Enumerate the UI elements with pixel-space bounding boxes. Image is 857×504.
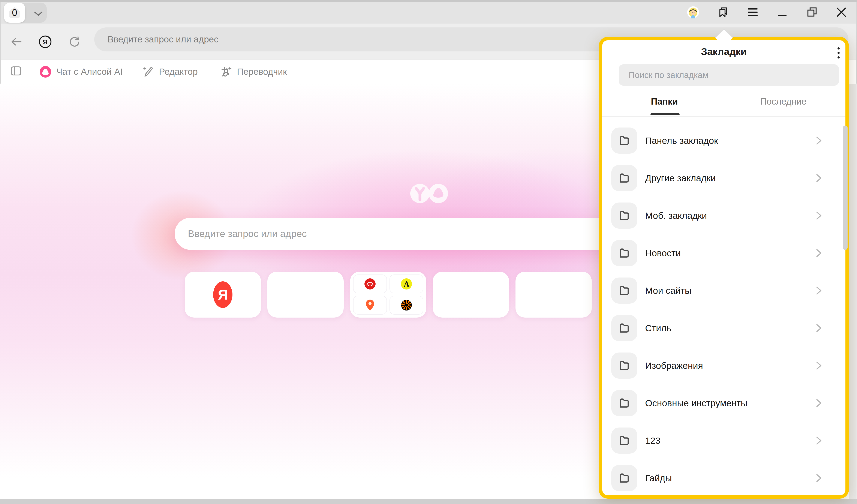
start-page-search-input[interactable]: [174, 218, 630, 250]
page-scrollbar[interactable]: [849, 84, 857, 499]
tile-yandex[interactable]: Я: [185, 272, 261, 318]
go-car-icon: [364, 278, 376, 290]
folder-icon: [611, 278, 637, 304]
editor-pencil-icon: [142, 66, 154, 78]
panel-scrollbar-thumb[interactable]: [843, 125, 847, 250]
chevron-right-icon: [814, 473, 824, 483]
reload-icon: [69, 36, 81, 48]
folder-row[interactable]: Моб. закладки: [602, 197, 845, 234]
folder-icon: [611, 390, 637, 416]
bookmarks-panel-button[interactable]: [718, 6, 730, 18]
chevron-down-icon: [34, 11, 43, 17]
folder-row[interactable]: Гайды: [602, 459, 845, 493]
folder-row[interactable]: Стиль: [602, 309, 845, 347]
folder-icon: [611, 202, 637, 229]
active-tab-underline: [651, 113, 679, 115]
folder-row[interactable]: Новости: [602, 234, 845, 272]
folder-icon: [611, 353, 637, 379]
folder-label: Основные инструменты: [645, 384, 747, 422]
sidebar-toggle-button[interactable]: [7, 62, 25, 80]
tile-afisha[interactable]: A: [389, 274, 423, 293]
bookmark-item-label: Переводчик: [237, 67, 287, 77]
folder-row[interactable]: 123: [602, 422, 845, 459]
tab-recent[interactable]: Последние: [723, 97, 843, 107]
bookmarks-search-input[interactable]: [619, 64, 839, 86]
tab-folders[interactable]: Папки: [604, 97, 724, 107]
folder-label: Стиль: [645, 309, 671, 347]
close-button[interactable]: [835, 6, 847, 18]
folder-row[interactable]: Изображения: [602, 347, 845, 384]
tile-mail[interactable]: Почта: [433, 272, 509, 318]
chevron-right-icon: [814, 211, 824, 220]
bookmark-item-editor[interactable]: Редактор: [142, 60, 198, 84]
bookmark-item-label: Редактор: [159, 67, 198, 77]
folder-list: Панель закладок Другие закладки Моб. зак…: [602, 117, 845, 493]
folder-label: Мои сайты: [645, 272, 691, 309]
avatar-icon: [687, 4, 699, 20]
tile-telemost[interactable]: Телемост: [516, 272, 592, 318]
yo-logo: [410, 184, 448, 203]
folder-icon: [611, 240, 637, 266]
minimize-icon: [777, 6, 787, 18]
back-button[interactable]: [7, 33, 25, 51]
maps-pin-icon: [366, 299, 374, 311]
hamburger-icon: [747, 7, 758, 17]
folder-icon: [611, 165, 637, 191]
chevron-right-icon: [814, 136, 824, 146]
tile-maps[interactable]: [353, 296, 387, 315]
browser-window: 0: [0, 0, 857, 504]
afisha-icon: A: [401, 278, 412, 290]
window-bottom-edge: [0, 499, 857, 504]
folder-label: Гайды: [645, 459, 672, 493]
chevron-right-icon: [814, 360, 824, 370]
reload-button[interactable]: [66, 33, 84, 51]
panel-divider: [602, 116, 845, 117]
translator-icon: [220, 66, 232, 78]
active-tab[interactable]: 0: [4, 3, 25, 23]
chevron-right-icon: [814, 323, 824, 333]
tile-go[interactable]: [353, 274, 387, 293]
yandex-tile-icon: Я: [213, 281, 233, 308]
folder-label: Новости: [645, 234, 681, 272]
folder-icon: [611, 465, 637, 491]
tab-group: 0: [4, 3, 47, 23]
folder-row[interactable]: Панель закладок: [602, 122, 845, 159]
yandex-home-button[interactable]: Я: [36, 33, 54, 51]
back-arrow-icon: [10, 37, 22, 47]
restore-button[interactable]: [806, 6, 819, 18]
bookmarks-panel: Закладки Папки Последние Панель закладок…: [599, 37, 849, 499]
menu-button[interactable]: [746, 6, 759, 18]
bookmark-item-label: Чат с Алисой AI: [56, 67, 123, 77]
folder-icon: [611, 427, 637, 454]
bookmarks-icon: [718, 6, 730, 18]
bookmark-item-alice-chat[interactable]: Чат с Алисой AI: [39, 60, 123, 84]
folder-icon: [611, 315, 637, 341]
sidebar-toggle-icon: [11, 66, 21, 76]
tab-dropdown-button[interactable]: [25, 3, 47, 23]
folder-icon: [611, 128, 637, 154]
folder-row[interactable]: Другие закладки: [602, 159, 845, 197]
svg-text:Я: Я: [218, 287, 228, 303]
folder-row[interactable]: Основные инструменты: [602, 384, 845, 422]
folder-label: Панель закладок: [645, 122, 718, 159]
yandex-logo-icon: Я: [38, 35, 52, 48]
tile-group: A: [350, 272, 426, 318]
window-top-edge: [0, 0, 857, 2]
folder-label: Изображения: [645, 347, 703, 384]
minimize-button[interactable]: [776, 6, 788, 18]
profile-avatar[interactable]: [687, 6, 699, 18]
chevron-right-icon: [814, 173, 824, 183]
restore-icon: [807, 7, 818, 18]
panel-title: Закладки: [602, 46, 845, 57]
svg-text:Я: Я: [43, 38, 48, 46]
chevron-right-icon: [814, 436, 824, 446]
chevron-right-icon: [814, 286, 824, 296]
bookmark-item-translator[interactable]: Переводчик: [220, 60, 287, 84]
tile-kinopoisk[interactable]: [389, 296, 423, 315]
folder-row[interactable]: Мои сайты: [602, 272, 845, 309]
alice-icon: [39, 66, 52, 78]
tile-market[interactable]: M Маркет: [267, 272, 344, 318]
folder-label: 123: [645, 422, 660, 459]
kinopoisk-icon: [401, 299, 412, 311]
chevron-right-icon: [814, 398, 824, 408]
